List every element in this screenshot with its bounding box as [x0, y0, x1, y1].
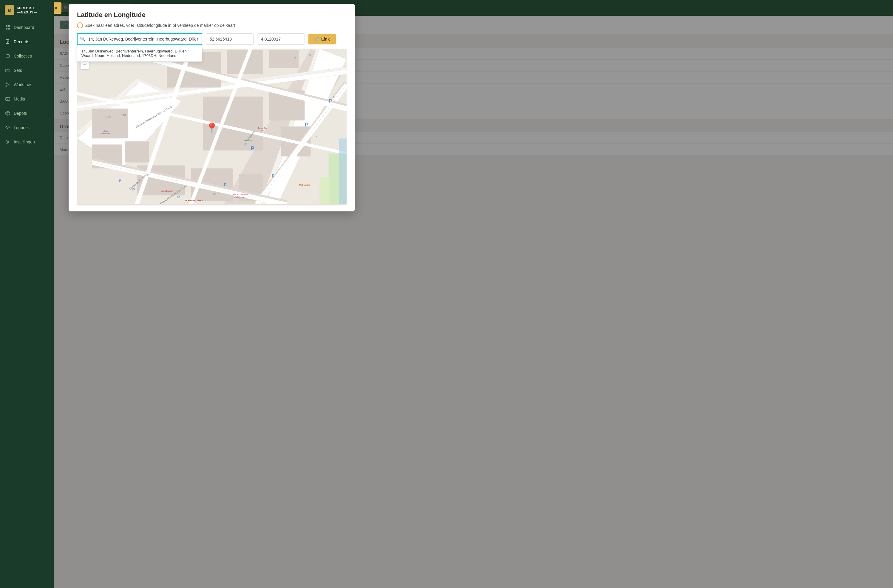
- modal-info-text: Zoek naar een adres, voer latitude/longi…: [85, 23, 235, 28]
- logo-text: MEMORIX —NEXUS—: [17, 6, 37, 15]
- logo-icon: M: [5, 5, 14, 15]
- search-input-icon: 🔍: [80, 36, 86, 42]
- svg-text:P: P: [272, 174, 274, 178]
- svg-rect-9: [6, 54, 9, 55]
- svg-text:en Adviseurs: en Adviseurs: [234, 196, 247, 198]
- layers-icon: [5, 53, 11, 59]
- sidebar-item-logboek[interactable]: Logboek: [0, 120, 54, 135]
- main-area: 🔍 Collectie records zo... Opslaan ▼ Loca…: [54, 0, 893, 588]
- link-label: Link: [321, 37, 330, 42]
- svg-point-19: [7, 141, 9, 143]
- address-dropdown: 14, Jan Duikerweg, Bedrijventerrein, Hee…: [77, 45, 202, 62]
- sidebar-label-dashboard: Dashboard: [14, 25, 34, 30]
- sidebar-item-depots[interactable]: Depots: [0, 106, 54, 120]
- svg-text:Huider: Huider: [102, 130, 108, 132]
- sidebar-item-dashboard[interactable]: Dashboard: [0, 20, 54, 34]
- info-icon: i: [77, 22, 83, 28]
- address-dropdown-item[interactable]: 14, Jan Duikerweg, Bedrijventerrein, Hee…: [77, 45, 202, 62]
- svg-text:7: 7: [316, 135, 318, 138]
- file-icon: [5, 39, 11, 45]
- app-name: MEMORIX: [17, 6, 37, 10]
- svg-text:TP Heerhugowaard: TP Heerhugowaard: [185, 200, 203, 202]
- latitude-input[interactable]: [206, 33, 254, 45]
- svg-text:P: P: [119, 179, 121, 183]
- svg-text:McDonald's: McDonald's: [299, 184, 310, 186]
- svg-text:5: 5: [309, 54, 311, 57]
- address-search-input[interactable]: [77, 33, 202, 45]
- sidebar-item-instellingen[interactable]: Instellingen: [0, 135, 54, 149]
- link-button[interactable]: 🔗 Link: [308, 34, 336, 44]
- sidebar-label-sets: Sets: [14, 68, 22, 73]
- svg-text:Leen Bakker: Leen Bakker: [161, 190, 173, 192]
- modal-wrapper: × Latitude en Longitude i Zoek naar een …: [63, 2, 349, 214]
- svg-rect-1: [8, 26, 10, 27]
- modal-overlay: × Latitude en Longitude i Zoek naar een …: [54, 0, 893, 588]
- svg-text:P: P: [251, 146, 254, 152]
- svg-rect-0: [6, 26, 8, 27]
- svg-text:1: 1: [328, 69, 329, 72]
- address-search-wrapper: 🔍 14, Jan Duikerweg, Bedrijventerrein, H…: [77, 33, 202, 45]
- svg-rect-3: [8, 28, 10, 30]
- sidebar: M MEMORIX —NEXUS— Dashboard Records: [0, 0, 54, 588]
- svg-text:10B: 10B: [121, 114, 126, 117]
- sidebar-label-records: Records: [14, 39, 29, 44]
- app-subtitle: —NEXUS—: [17, 10, 37, 14]
- map-marker: 📍: [205, 122, 219, 135]
- modal-title: Latitude en Longitude: [77, 11, 347, 19]
- svg-point-10: [6, 82, 7, 84]
- svg-rect-29: [125, 141, 149, 162]
- modal-header: Latitude en Longitude i Zoek naar een ad…: [69, 4, 355, 33]
- workflow-icon: [5, 82, 11, 88]
- svg-line-13: [7, 83, 9, 84]
- image-icon: [5, 96, 11, 102]
- sidebar-item-sets[interactable]: Sets: [0, 63, 54, 78]
- svg-line-14: [7, 85, 9, 86]
- svg-point-11: [9, 84, 10, 85]
- svg-text:BV: BV: [261, 129, 264, 132]
- svg-text:Alfa Accountants: Alfa Accountants: [232, 194, 248, 196]
- sidebar-label-collecties: Collecties: [14, 54, 32, 58]
- sidebar-label-workflow: Workflow: [14, 82, 31, 87]
- zoom-out-button[interactable]: −: [81, 60, 89, 69]
- sidebar-item-records[interactable]: Records: [0, 34, 54, 49]
- svg-text:Basic-Fit: Basic-Fit: [244, 140, 252, 142]
- sidebar-item-media[interactable]: Media: [0, 92, 54, 106]
- sidebar-label-logboek: Logboek: [14, 125, 30, 130]
- modal: Latitude en Longitude i Zoek naar een ad…: [69, 4, 355, 212]
- logo: M MEMORIX —NEXUS—: [0, 0, 54, 20]
- svg-point-12: [6, 86, 7, 87]
- svg-text:P: P: [329, 98, 332, 104]
- folder-icon: [5, 68, 11, 74]
- sidebar-label-media: Media: [14, 97, 25, 101]
- svg-text:P: P: [177, 195, 180, 199]
- svg-text:P: P: [224, 183, 226, 187]
- box-icon: [5, 110, 11, 116]
- modal-close-button[interactable]: ×: [54, 2, 62, 14]
- svg-text:Beter Bed: Beter Bed: [258, 127, 267, 129]
- sidebar-item-collecties[interactable]: Collecties: [0, 49, 54, 63]
- sidebar-item-workflow[interactable]: Workflow: [0, 78, 54, 92]
- svg-text:11: 11: [293, 57, 296, 60]
- settings-icon: [5, 139, 11, 145]
- link-icon: 🔗: [314, 37, 319, 42]
- modal-search-row: 🔍 14, Jan Duikerweg, Bedrijventerrein, H…: [69, 33, 355, 49]
- svg-rect-67: [339, 138, 347, 204]
- svg-rect-66: [320, 177, 330, 204]
- longitude-input[interactable]: [257, 33, 305, 45]
- svg-text:3: 3: [333, 96, 335, 99]
- map-container[interactable]: P P P P P P P P P Jacobus Johannes Piete…: [77, 49, 347, 206]
- svg-text:P: P: [305, 122, 308, 128]
- grid-icon: [5, 24, 11, 30]
- svg-rect-8: [6, 55, 9, 57]
- svg-rect-15: [6, 98, 10, 100]
- svg-text:P: P: [213, 192, 216, 196]
- sidebar-label-instellingen: Instellingen: [14, 140, 35, 144]
- svg-rect-2: [6, 28, 8, 30]
- svg-text:10A: 10A: [106, 115, 111, 118]
- activity-icon: [5, 124, 11, 130]
- modal-info-row: i Zoek naar een adres, voer latitude/lon…: [77, 22, 347, 28]
- sidebar-label-depots: Depots: [14, 111, 27, 116]
- svg-text:Modelbouw: Modelbouw: [99, 132, 110, 135]
